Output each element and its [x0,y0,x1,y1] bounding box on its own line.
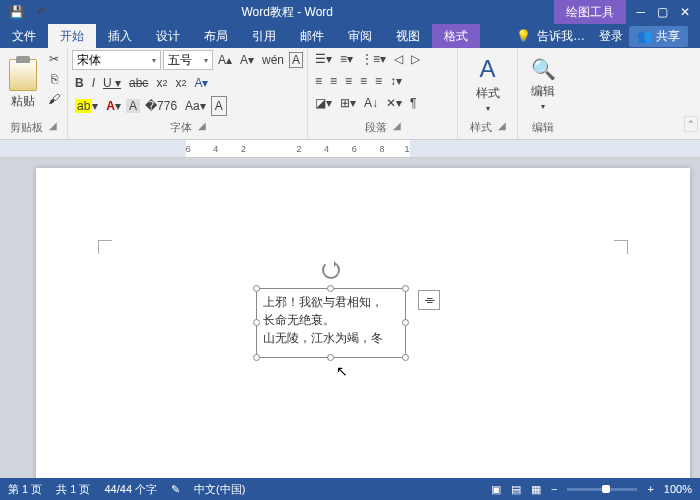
undo-icon[interactable]: ↶ [33,3,49,21]
web-layout-icon[interactable]: ▦ [531,483,541,496]
login-link[interactable]: 登录 [599,28,623,45]
copy-icon[interactable]: ⎘ [45,70,63,88]
ruler[interactable]: 16141210864224681012141618202224262830 [0,140,700,158]
tab-mailings[interactable]: 邮件 [288,24,336,48]
resize-handle[interactable] [253,285,260,292]
zoom-slider[interactable] [567,488,637,491]
ruler-tick: 8 [368,144,396,154]
collapse-ribbon-icon[interactable]: ⌃ [684,116,698,132]
page-indicator[interactable]: 第 1 页 [8,482,42,497]
font-size-select[interactable]: 五号▾ [163,50,213,70]
page-count[interactable]: 共 1 页 [56,482,90,497]
quick-access: 💾 ↶ [0,3,60,21]
bold-icon[interactable]: B [72,74,87,92]
resize-handle[interactable] [402,285,409,292]
tab-references[interactable]: 引用 [240,24,288,48]
text-line: 长命无绝衰。 [263,311,399,329]
superscript-icon[interactable]: x2 [172,74,189,92]
change-case-icon[interactable]: Aa▾ [182,97,209,115]
font-color-icon[interactable]: A▾ [103,97,124,115]
tab-format[interactable]: 格式 [432,24,480,48]
spell-check-icon[interactable]: ✎ [171,483,180,496]
tab-home[interactable]: 开始 [48,24,96,48]
tab-layout[interactable]: 布局 [192,24,240,48]
layout-options-icon[interactable]: ⌯ [418,290,440,310]
decrease-indent-icon[interactable]: ◁ [391,50,406,68]
tellme-text[interactable]: 告诉我… [537,28,585,45]
minimize-icon[interactable]: ─ [636,5,645,19]
maximize-icon[interactable]: ▢ [657,5,668,19]
clear-format-icon[interactable]: A [211,96,227,116]
tab-insert[interactable]: 插入 [96,24,144,48]
bullets-icon[interactable]: ☰▾ [312,50,335,68]
shading-icon[interactable]: ◪▾ [312,94,335,112]
show-marks-icon[interactable]: ¶ [407,94,419,112]
clipboard-launcher[interactable]: ◢ [49,120,57,135]
print-layout-icon[interactable]: ▤ [511,483,521,496]
styles-launcher[interactable]: ◢ [498,120,506,135]
resize-handle[interactable] [327,354,334,361]
italic-icon[interactable]: I [89,74,98,92]
editing-button[interactable]: 🔍 编辑 ▾ [528,50,559,118]
font-name-select[interactable]: 宋体▾ [72,50,161,70]
multilevel-icon[interactable]: ⋮≡▾ [358,50,389,68]
char-border-icon[interactable]: A [289,52,303,68]
char-shading-icon[interactable]: A [126,99,140,113]
share-button[interactable]: 👥共享 [629,26,688,47]
align-right-icon[interactable]: ≡ [342,72,355,90]
borders-icon[interactable]: ⊞▾ [337,94,359,112]
zoom-out-icon[interactable]: − [551,483,557,495]
cut-icon[interactable]: ✂ [45,50,63,68]
zoom-level[interactable]: 100% [664,483,692,495]
ruler-tick: 4 [202,144,230,154]
tab-file[interactable]: 文件 [0,24,48,48]
align-center-icon[interactable]: ≡ [327,72,340,90]
document-area[interactable]: 上邪！我欲与君相知， 长命无绝衰。 山无陵，江水为竭，冬 ⌯ ↖ [0,158,700,478]
line-spacing-icon[interactable]: ↕▾ [387,72,405,90]
language-indicator[interactable]: 中文(中国) [194,482,245,497]
styles-button[interactable]: A 样式 ▾ [473,50,503,118]
grow-font-icon[interactable]: A▴ [215,51,235,69]
phonetic-guide-icon[interactable]: wén [259,51,287,69]
sort-icon[interactable]: A↓ [361,94,381,112]
group-clipboard: 粘贴 ✂ ⎘ 🖌 剪贴板◢ [0,48,68,139]
tellme-icon[interactable]: 💡 [516,29,531,43]
word-count[interactable]: 44/44 个字 [104,482,157,497]
page[interactable]: 上邪！我欲与君相知， 长命无绝衰。 山无陵，江水为竭，冬 ⌯ ↖ [36,168,690,478]
resize-handle[interactable] [253,354,260,361]
asian-layout-icon[interactable]: ✕▾ [383,94,405,112]
text-effects-icon[interactable]: A▾ [191,74,211,92]
justify-icon[interactable]: ≡ [357,72,370,90]
resize-handle[interactable] [402,319,409,326]
paragraph-launcher[interactable]: ◢ [393,120,401,135]
read-mode-icon[interactable]: ▣ [491,483,501,496]
text-box[interactable]: 上邪！我欲与君相知， 长命无绝衰。 山无陵，江水为竭，冬 [256,288,406,358]
highlight-icon[interactable]: ab▾ [72,97,101,115]
rotate-handle[interactable] [322,261,340,279]
strike-icon[interactable]: abc [126,74,151,92]
paste-button[interactable]: 粘贴 [4,50,41,118]
enclose-char-icon[interactable]: �776 [142,97,180,115]
shrink-font-icon[interactable]: A▾ [237,51,257,69]
group-styles: A 样式 ▾ 样式◢ [458,48,518,139]
underline-icon[interactable]: U ▾ [100,74,124,92]
resize-handle[interactable] [253,319,260,326]
group-editing: 🔍 编辑 ▾ 编辑 [518,48,568,139]
subscript-icon[interactable]: x2 [153,74,170,92]
close-icon[interactable]: ✕ [680,5,690,19]
align-left-icon[interactable]: ≡ [312,72,325,90]
zoom-in-icon[interactable]: + [647,483,653,495]
text-line: 上邪！我欲与君相知， [263,293,399,311]
tab-view[interactable]: 视图 [384,24,432,48]
distribute-icon[interactable]: ≡ [372,72,385,90]
styles-label: 样式 [470,120,492,135]
tab-design[interactable]: 设计 [144,24,192,48]
font-launcher[interactable]: ◢ [198,120,206,135]
resize-handle[interactable] [402,354,409,361]
format-painter-icon[interactable]: 🖌 [45,90,63,108]
increase-indent-icon[interactable]: ▷ [408,50,423,68]
resize-handle[interactable] [327,285,334,292]
save-icon[interactable]: 💾 [6,3,27,21]
tab-review[interactable]: 审阅 [336,24,384,48]
numbering-icon[interactable]: ≡▾ [337,50,356,68]
